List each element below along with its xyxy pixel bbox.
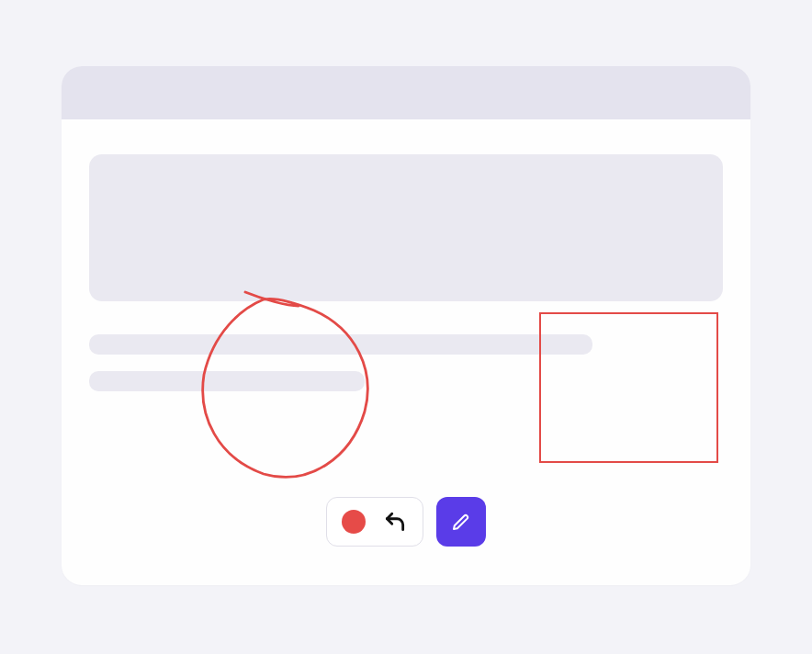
- app-window: [62, 66, 750, 585]
- text-placeholder-line: [89, 334, 592, 355]
- pencil-icon: [450, 511, 472, 533]
- content-area: [62, 119, 750, 391]
- text-placeholder-line: [89, 371, 365, 391]
- undo-icon: [383, 510, 407, 534]
- banner-placeholder: [89, 154, 723, 301]
- window-titlebar: [62, 66, 750, 119]
- toolbar-segment: [326, 497, 423, 547]
- toolbar: [326, 497, 486, 547]
- record-button[interactable]: [342, 510, 366, 534]
- edit-button[interactable]: [436, 497, 486, 547]
- undo-button[interactable]: [382, 509, 408, 535]
